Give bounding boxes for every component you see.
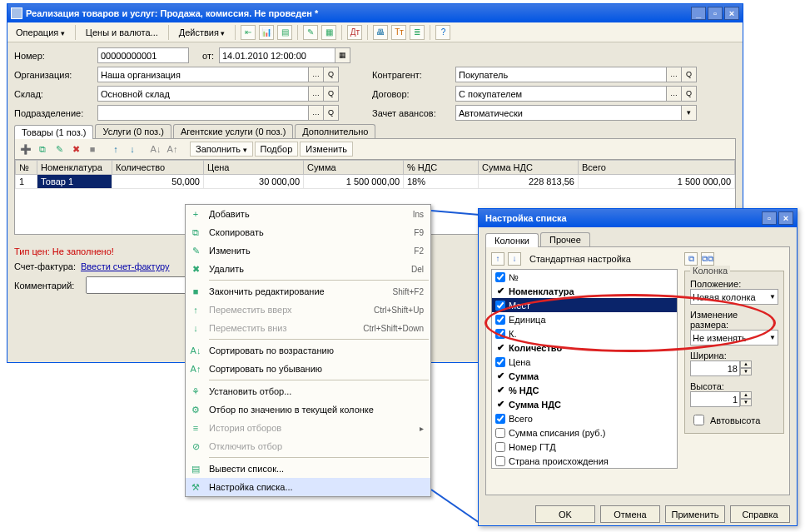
tb-select-button[interactable]: Подбор	[255, 142, 299, 157]
move-col-up-button[interactable]: ↑	[491, 252, 504, 266]
context-menu-item[interactable]: ⚘Установить отбор...	[186, 382, 430, 400]
column-list-item[interactable]: Цена	[492, 355, 677, 369]
autoheight-row[interactable]: Автовысота	[690, 412, 778, 428]
copy-settings-all-icon[interactable]: ⧉⧉	[701, 252, 714, 266]
standard-setup-label[interactable]: Стандартная настройка	[529, 254, 631, 264]
width-up-button[interactable]: ▲	[740, 360, 752, 368]
col-vat-percent[interactable]: % НДС	[404, 161, 479, 175]
org-select-button[interactable]: …	[309, 67, 324, 82]
column-list-item[interactable]: ✔% НДС	[492, 383, 677, 397]
counterparty-input[interactable]	[455, 67, 667, 82]
tb-copy-icon[interactable]: ⧉	[35, 142, 50, 157]
tab-goods[interactable]: Товары (1 поз.)	[14, 125, 93, 139]
context-menu-item[interactable]: ▤Вывести список...	[186, 460, 430, 478]
calendar-icon[interactable]: ▦	[335, 47, 350, 63]
column-checkbox[interactable]	[495, 442, 505, 452]
context-menu-item[interactable]: ⧉СкопироватьF9	[186, 223, 430, 241]
copy-settings-icon[interactable]: ⧉	[684, 252, 698, 266]
resize-select[interactable]: Не изменять▼	[690, 330, 778, 346]
invoice-link[interactable]: Ввести счет-фактуру	[81, 261, 170, 271]
column-list-item[interactable]: Всего	[492, 411, 677, 425]
tb-add-icon[interactable]: ➕	[18, 142, 33, 157]
column-checkbox[interactable]	[495, 357, 505, 367]
column-checkbox[interactable]	[495, 329, 505, 339]
toolbar-list-icon[interactable]: ≣	[410, 25, 425, 40]
menu-operation[interactable]: Операция	[11, 26, 70, 39]
department-input[interactable]	[97, 105, 309, 121]
column-checkbox[interactable]	[495, 301, 505, 311]
column-list-item[interactable]: Страна происхождения	[492, 454, 677, 468]
tb-edit-button[interactable]: Изменить	[300, 142, 353, 157]
counterparty-select-button[interactable]: …	[667, 67, 682, 82]
context-menu-item[interactable]: ■Закончить редактированиеShift+F2	[186, 282, 430, 301]
width-down-button[interactable]: ▼	[740, 368, 752, 375]
warehouse-open-button[interactable]: Q	[324, 86, 339, 102]
column-list-item[interactable]: К.	[492, 326, 677, 341]
dialog-tab-columns[interactable]: Колонки	[485, 233, 539, 247]
col-n[interactable]: №	[16, 161, 37, 175]
dialog-close-button[interactable]: ×	[778, 211, 793, 225]
context-menu-item[interactable]: A↑Сортировать по убыванию	[186, 360, 430, 378]
column-list-item[interactable]: Сумма списания (руб.)	[492, 425, 677, 440]
menu-actions[interactable]: Действия	[174, 26, 231, 39]
warehouse-select-button[interactable]: …	[309, 86, 324, 102]
department-select-button[interactable]: …	[309, 105, 324, 121]
tb-sort-asc-icon[interactable]: A↓	[148, 142, 163, 157]
tab-services[interactable]: Услуги (0 поз.)	[95, 124, 171, 138]
menu-prices[interactable]: Цены и валюта...	[81, 26, 163, 39]
context-menu-item[interactable]: A↓Сортировать по возрастанию	[186, 341, 430, 360]
column-list-item[interactable]: ✔Сумма	[492, 369, 677, 383]
column-checkbox[interactable]	[495, 428, 505, 438]
column-list-item[interactable]: ✔Количество	[492, 341, 677, 355]
column-list-item[interactable]: ✔Сумма НДС	[492, 397, 677, 411]
org-input[interactable]	[97, 67, 309, 82]
height-down-button[interactable]: ▼	[740, 399, 752, 406]
number-input[interactable]	[97, 47, 189, 63]
move-col-down-button[interactable]: ↓	[508, 252, 521, 266]
contract-select-button[interactable]: …	[667, 86, 682, 102]
tb-finish-icon[interactable]: ■	[85, 142, 100, 157]
ok-button[interactable]: OK	[535, 505, 595, 523]
column-checkbox[interactable]	[495, 272, 505, 282]
toolbar-dt-kt-icon[interactable]: Дт	[347, 25, 362, 40]
col-price[interactable]: Цена	[204, 161, 304, 175]
context-menu-item[interactable]: ✖УдалитьDel	[186, 260, 430, 278]
date-input[interactable]	[219, 47, 335, 63]
toolbar-report-icon[interactable]: ▦	[321, 25, 336, 40]
height-input[interactable]: 1	[690, 391, 740, 407]
col-qty[interactable]: Количество	[112, 161, 204, 175]
close-button[interactable]: ×	[724, 7, 739, 20]
org-open-button[interactable]: Q	[324, 67, 339, 82]
col-vat-sum[interactable]: Сумма НДС	[479, 161, 579, 175]
column-checkbox[interactable]	[495, 414, 505, 424]
toolbar-help-icon[interactable]: ?	[435, 25, 450, 40]
column-checkbox[interactable]	[495, 456, 505, 466]
tb-delete-icon[interactable]: ✖	[68, 142, 83, 157]
column-list-item[interactable]: Единица	[492, 312, 677, 326]
tb-edit-icon[interactable]: ✎	[52, 142, 67, 157]
contract-input[interactable]	[455, 86, 667, 102]
advance-input[interactable]	[455, 105, 682, 121]
tab-agent[interactable]: Агентские услуги (0 поз.)	[173, 124, 293, 138]
tb-move-down-icon[interactable]: ↓	[125, 142, 140, 157]
position-select[interactable]: Новая колонка▼	[690, 289, 778, 305]
dialog-tab-other[interactable]: Прочее	[540, 232, 590, 246]
width-input[interactable]: 18	[690, 360, 740, 376]
minimize-button[interactable]: _	[691, 7, 706, 20]
tb-move-up-icon[interactable]: ↑	[108, 142, 123, 157]
col-total[interactable]: Всего	[579, 161, 735, 175]
context-menu-item[interactable]: ⚒Настройка списка...	[186, 478, 430, 496]
context-menu-item[interactable]: ⚙Отбор по значению в текущей колонке	[186, 400, 430, 419]
department-open-button[interactable]: Q	[324, 105, 339, 121]
tab-extra[interactable]: Дополнительно	[295, 124, 375, 138]
help-button[interactable]: Справка	[730, 505, 790, 523]
columns-list[interactable]: №✔НоменклатураМестЕдиницаК.✔КоличествоЦе…	[491, 269, 678, 469]
contract-open-button[interactable]: Q	[682, 86, 697, 102]
toolbar-nav-back-icon[interactable]: ⇤	[241, 25, 256, 40]
toolbar-chart-icon[interactable]: 📊	[259, 25, 274, 40]
toolbar-advice-icon[interactable]: ✎	[303, 25, 318, 40]
context-menu-item[interactable]: +ДобавитьIns	[186, 205, 430, 223]
autoheight-checkbox[interactable]	[693, 415, 704, 425]
maximize-button[interactable]: ▫	[708, 7, 723, 20]
counterparty-open-button[interactable]: Q	[682, 67, 697, 82]
